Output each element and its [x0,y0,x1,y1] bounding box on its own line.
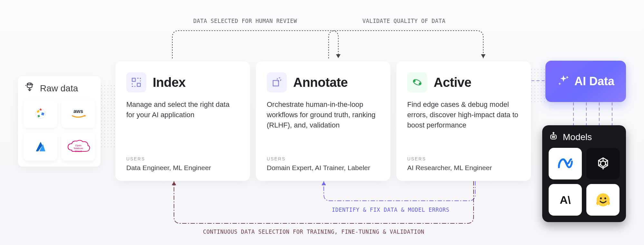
stage-index: Index Manage and select the right data f… [115,61,250,181]
svg-text:aws: aws [73,108,83,114]
models-panel: Models A\ [542,125,626,222]
users: Domain Expert, AI Trainer, Labeler [267,164,380,172]
connector-middle [314,181,485,207]
ai-data-title: AI Data [574,75,614,88]
svg-point-10 [412,78,422,86]
svg-text:Cloud: Cloud [75,150,82,153]
robot-icon [549,132,558,143]
users: AI Researcher, ML Engineer [407,164,520,172]
svg-point-12 [419,83,421,85]
stage-title: Annotate [293,75,348,90]
connector-top-right [319,27,493,63]
models-title: Models [563,132,592,142]
svg-point-23 [553,132,554,133]
raw-data-icon [24,82,35,95]
stage-title: Active [434,75,471,90]
provider-google-cloud [24,99,57,128]
svg-point-20 [552,137,553,138]
svg-rect-6 [132,78,135,81]
svg-text:Telekom: Telekom [73,147,83,150]
model-huggingface [586,184,620,216]
svg-point-11 [414,80,415,82]
label-top-left: DATA SELECTED FOR HUMAN REVIEW [193,18,297,24]
raw-data-title: Raw data [40,83,78,94]
label-top-right: VALIDATE QUALITY OF DATA [362,18,446,24]
sparkle-icon [557,74,570,88]
users: Data Engineer, ML Engineer [126,164,239,172]
stage-desc: Orchestrate human-in-the-loop workflows … [267,99,380,154]
svg-point-21 [554,137,555,138]
stage-desc: Manage and select the right data for you… [126,99,239,154]
annotate-icon [267,72,287,92]
stage-annotate: Annotate Orchestrate human-in-the-loop w… [256,61,390,181]
label-bottom: CONTINUOUS DATA SELECTION FOR TRAINING, … [203,229,424,235]
model-openai [586,148,620,179]
raw-data-panel: Raw data aws Open Telekom Cloud [18,76,101,167]
stage-active: Active Find edge cases & debug model err… [396,61,531,181]
otc-text: Open [75,144,82,147]
provider-aws: aws [62,99,95,128]
stage-title: Index [153,75,186,90]
model-meta [549,148,582,179]
users-label: USERS [407,156,520,161]
provider-azure [24,132,57,161]
stage-desc: Find edge cases & debug model errors, di… [407,99,520,154]
users-label: USERS [267,156,380,161]
svg-marker-0 [336,54,341,58]
provider-open-telekom-cloud: Open Telekom Cloud [62,132,95,161]
svg-point-26 [600,198,602,199]
svg-marker-1 [481,54,485,58]
svg-rect-7 [137,83,140,87]
svg-marker-14 [172,181,176,185]
connector-aidata-models [567,103,619,128]
anthropic-label: A\ [560,194,571,206]
svg-point-25 [596,193,610,207]
model-anthropic: A\ [549,184,582,216]
connector-bottom [164,181,486,230]
svg-point-27 [604,198,606,199]
label-middle: IDENTIFY & FIX DATA & MODEL ERRORS [332,207,449,213]
ai-data-tile: AI Data [545,61,626,102]
connector-top-left [163,27,348,63]
svg-point-24 [601,161,606,166]
svg-marker-13 [322,181,326,185]
index-icon [126,72,146,92]
users-label: USERS [126,156,239,161]
svg-point-9 [277,78,281,81]
active-icon [407,72,427,92]
